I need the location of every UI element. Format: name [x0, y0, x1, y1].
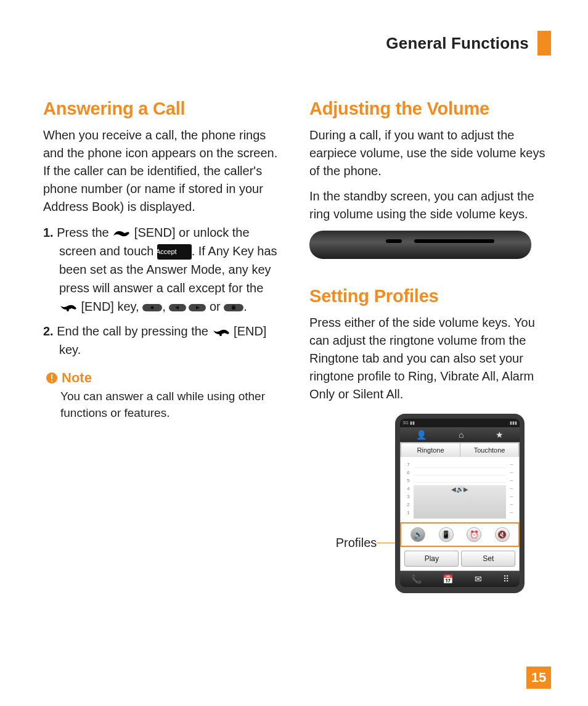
favorites-icon: ★ — [496, 430, 504, 440]
heading-answering-call: Answering a Call — [43, 99, 285, 119]
leader-line — [377, 543, 395, 543]
volume-knob-icon: ◀🔊▶ — [451, 486, 469, 493]
answering-intro: When you receive a call, the phone rings… — [43, 126, 285, 216]
volume-slider[interactable]: 7 6 5 4 3 2 1 ◀🔊▶ — [401, 457, 519, 522]
lock-key-icon — [224, 304, 243, 311]
status-bar: 3G ▮▮▮▮▮ — [400, 419, 520, 427]
profiles-p: Press either of the side volume keys. Yo… — [309, 314, 551, 403]
profile-ring-icon[interactable]: 🔊 — [410, 527, 425, 542]
note-row: Note — [46, 370, 285, 386]
camera-key-icon — [142, 304, 162, 311]
send-key-icon — [112, 229, 131, 238]
profile-vibrate-icon[interactable]: 📳 — [439, 527, 454, 542]
apps-icon[interactable]: ⠿ — [503, 574, 509, 584]
phone-mock: 3G ▮▮▮▮▮ 👤⌂★ Ringtone Touchtone 7 6 5 4 … — [395, 414, 525, 593]
heading-profiles: Setting Profiles — [309, 286, 551, 306]
svg-point-0 — [67, 309, 69, 311]
volume-keys-icon — [169, 304, 206, 311]
right-column: Adjusting the Volume During a call, if y… — [309, 99, 551, 596]
step-1: 1. Press the [SEND] or unlock the screen… — [43, 223, 285, 316]
home-icon: ⌂ — [459, 430, 463, 440]
end-key-icon — [212, 328, 231, 337]
volume-p2: In the standby screen, you can adjust th… — [309, 187, 551, 223]
volume-panel: Ringtone Touchtone 7 6 5 4 3 2 1 — [400, 442, 520, 571]
contacts-icon: 👤 — [416, 430, 427, 440]
phone-side-illustration — [309, 231, 531, 259]
profile-silent-icon[interactable]: 🔇 — [495, 527, 510, 542]
heading-volume: Adjusting the Volume — [309, 99, 551, 119]
note-label: Note — [62, 370, 92, 386]
step-2: 2. End the call by pressing the [END] ke… — [43, 322, 285, 359]
profiles-callout-label: Profiles — [336, 536, 377, 550]
mail-icon[interactable]: ✉ — [475, 574, 482, 584]
phone-icon[interactable]: 📞 — [411, 574, 422, 584]
end-key-icon — [59, 303, 78, 312]
left-column: Answering a Call When you receive a call… — [43, 99, 285, 596]
calendar-icon[interactable]: 📅 — [443, 574, 453, 584]
profile-buttons-row: 🔊 📳 ⏰ 🔇 — [400, 522, 520, 547]
tab-ringtone[interactable]: Ringtone — [401, 443, 460, 457]
svg-point-7 — [219, 334, 222, 336]
bottom-nav: 📞 📅 ✉ ⠿ — [400, 571, 520, 587]
page-number: 15 — [526, 667, 551, 689]
volume-p1: During a call, if you want to adjust the… — [309, 126, 551, 180]
svg-rect-9 — [51, 374, 52, 379]
note-body: You can answer a call while using other … — [60, 388, 285, 421]
profile-alarm-icon[interactable]: ⏰ — [467, 527, 481, 542]
tab-touchtone[interactable]: Touchtone — [460, 443, 520, 457]
play-button[interactable]: Play — [404, 551, 459, 567]
header-title: General Functions — [386, 34, 529, 53]
accept-button[interactable]: Accept — [157, 244, 192, 260]
page-header: General Functions — [43, 31, 551, 55]
header-accent-bar — [537, 31, 551, 55]
svg-rect-10 — [51, 380, 52, 382]
set-button[interactable]: Set — [461, 551, 515, 567]
svg-point-2 — [151, 306, 154, 309]
home-tab-icons: 👤⌂★ — [400, 427, 520, 442]
note-icon — [46, 372, 58, 384]
